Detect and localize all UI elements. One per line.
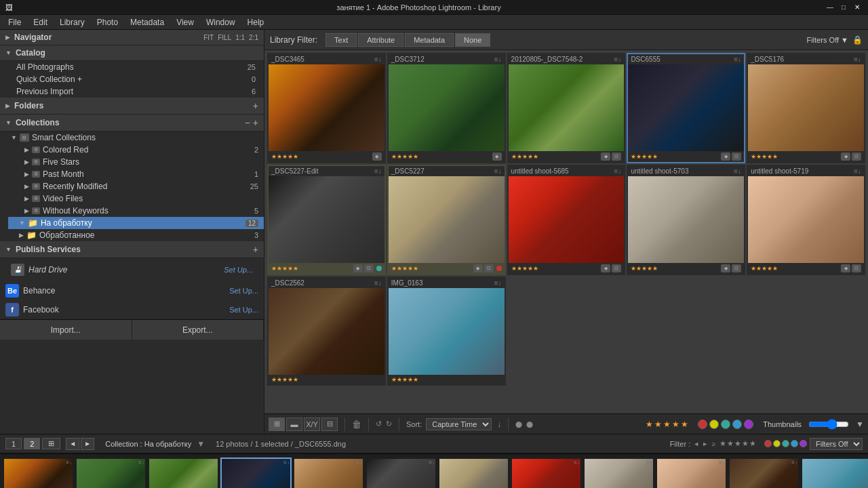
filter-metadata-btn[interactable]: Metadata — [405, 33, 454, 47]
filter-none-btn[interactable]: None — [455, 33, 490, 47]
folders-header[interactable]: ▶ Folders + — [0, 98, 264, 115]
navigator-header[interactable]: ▶ Navigator FIT FILL 1:1 2:1 — [0, 30, 264, 45]
red-filter[interactable] — [698, 420, 707, 429]
delete-icon[interactable]: 🗑 — [352, 419, 361, 430]
status-flag-left[interactable]: ◄ — [693, 441, 699, 447]
filters-off-dropdown[interactable]: Filters Off ▼ — [807, 36, 848, 44]
facebook-setup[interactable]: Set Up... — [229, 306, 258, 314]
sort-select[interactable]: Capture Time File Name Rating — [426, 418, 492, 430]
photo-cell-untitled-5703[interactable]: untitled shoot-5703 ≡↓ ★★★★★ ◆ ⊡ — [627, 165, 745, 275]
status-blue-filter[interactable] — [791, 440, 798, 447]
collection-obrabotannoe[interactable]: ▶ 📁 Обработанное 3 — [8, 229, 264, 241]
status-green-filter[interactable] — [782, 440, 789, 447]
hard-drive-setup[interactable]: Set Up... — [224, 266, 253, 274]
import-button[interactable]: Import... — [0, 320, 132, 340]
yellow-filter[interactable] — [709, 420, 719, 429]
purple-filter[interactable] — [744, 420, 753, 429]
smart-item-video-files[interactable]: ▶ ⚙ Video Files — [24, 192, 264, 205]
menu-library[interactable]: Library — [54, 16, 90, 28]
film-cell-5[interactable]: ≡↓ ★★★★★ ◆ ⊡ — [293, 458, 364, 488]
rotate-left-icon[interactable]: ↺ — [376, 420, 382, 428]
menu-metadata[interactable]: Metadata — [125, 16, 170, 28]
blue-filter[interactable] — [732, 420, 742, 429]
photo-cell-dsc5176[interactable]: _DSC5176 ≡↓ ★★★★★ ◆ ⊡ — [747, 53, 865, 163]
photo-cell-img0163[interactable]: IMG_0163 ≡↓ ★★★★★ — [387, 277, 506, 386]
smart-item-without-keywords[interactable]: ▶ ⚙ Without Keywords 5 — [24, 205, 264, 217]
film-cell-7[interactable]: ≡↓ ★★★★★ — [438, 458, 509, 488]
smart-item-recently-modified[interactable]: ▶ ⚙ Recently Modified 25 — [24, 180, 264, 192]
photo-cell-dsc3465[interactable]: _DSC3465 ≡↓ ★★★★★ ◆ — [267, 53, 386, 163]
filter-text-btn[interactable]: Text — [326, 33, 357, 47]
menu-photo[interactable]: Photo — [92, 16, 123, 28]
catalog-quick-collection[interactable]: Quick Collection + 0 — [0, 73, 264, 85]
photo-cell-untitled-5719[interactable]: untitled shoot-5719 ≡↓ ★★★★★ ◆ ⊡ — [747, 165, 865, 275]
flag-unflagged[interactable]: ⬤ — [526, 421, 533, 428]
photo-cell-dsc2562[interactable]: _DSC2562 ≡↓ ★★★★★ — [267, 277, 386, 386]
photo-cell-dsc6555[interactable]: DSC6555 ≡↓ ★★★★★ ◆ ⊡ — [627, 53, 745, 163]
folders-add[interactable]: + — [253, 100, 258, 111]
film-cell-2[interactable]: ≡↓ ★★★★★ ◆ — [75, 458, 146, 488]
behance-service[interactable]: Be Behance Set Up... — [0, 281, 264, 300]
smart-collections-header[interactable]: ▼ ⚙ Smart Collections — [8, 131, 264, 144]
behance-setup[interactable]: Set Up... — [229, 287, 258, 295]
collection-dropdown[interactable]: ▼ — [197, 439, 205, 449]
film-cell-6[interactable]: ≡↓ ★★★★★ ◆ ⊡ — [366, 458, 437, 488]
navigator-fit[interactable]: FIT FILL 1:1 2:1 — [203, 34, 258, 41]
photo-cell-dsc5227-edit[interactable]: _DSC5227-Edit ≡↓ ★★★★★ ◆ ⊡ — [267, 165, 386, 275]
thumbnails-dropdown[interactable]: ▼ — [856, 420, 864, 429]
menu-view[interactable]: View — [171, 16, 199, 28]
grid-view-btn[interactable]: ⊞ — [269, 418, 285, 431]
film-cell-3[interactable]: ≡↓ ★★★★★ ◆ ⊡ — [148, 458, 219, 488]
film-cell-4[interactable]: ≡↓ ★★★★★ ◆ ⊡ — [220, 458, 292, 488]
film-cell-10[interactable]: ≡↓ ★★★★★ — [656, 458, 727, 488]
photo-cell-dsc7548[interactable]: 20120805-_DSC7548-2 ≡↓ ★★★★★ ◆ ⊡ — [507, 53, 626, 163]
smart-item-colored-red[interactable]: ▶ ⚙ Colored Red 2 — [24, 144, 264, 156]
photo-cell-dsc5227[interactable]: _DSC5227 ≡↓ ★★★★★ ◆ ⊡ — [387, 165, 506, 275]
menu-file[interactable]: File — [3, 16, 26, 28]
facebook-service[interactable]: f Facebook Set Up... — [0, 300, 264, 319]
hard-drive-service[interactable]: 💾 Hard Drive Set Up... — [5, 261, 258, 279]
menu-edit[interactable]: Edit — [28, 16, 53, 28]
collections-header[interactable]: ▼ Collections − + — [0, 115, 264, 131]
publish-services-header[interactable]: ▼ Publish Services + — [0, 241, 264, 258]
catalog-header[interactable]: ▼ Catalog — [0, 45, 264, 61]
film-cell-1[interactable]: ≡↓ ★★★★★ ◆ — [3, 458, 74, 488]
film-cell-9[interactable]: ≡↓ ★★★★★ — [583, 458, 654, 488]
thumbnail-size-slider[interactable] — [808, 419, 849, 430]
view-mode-1[interactable]: 1 — [5, 438, 22, 449]
film-strip[interactable]: ≡↓ ★★★★★ ◆ ≡↓ ★★★★★ ◆ ≡↓ ★★★★★ ◆ ⊡ ≡↓ — [0, 453, 868, 488]
prev-arrow[interactable]: ◄ — [66, 438, 79, 450]
rotate-right-icon[interactable]: ↻ — [386, 420, 392, 428]
loupe-view-btn[interactable]: ▬ — [286, 418, 302, 431]
film-cell-8[interactable]: ≡↓ ★★★★★ — [511, 458, 582, 488]
view-mode-2[interactable]: 2 — [24, 438, 40, 449]
survey-view-btn[interactable]: ⊟ — [321, 418, 338, 431]
filter-lock-icon[interactable]: 🔒 — [852, 35, 863, 45]
close-button[interactable]: ✕ — [852, 2, 863, 13]
next-arrow[interactable]: ► — [81, 438, 94, 450]
catalog-all-photographs[interactable]: All Photographs 25 — [0, 61, 264, 73]
collections-actions[interactable]: − + — [245, 117, 258, 128]
minimize-button[interactable]: — — [825, 2, 835, 13]
collection-na-obrabotku[interactable]: ▼ 📁 На обработку 12 — [8, 217, 264, 229]
menu-help[interactable]: Help — [242, 16, 270, 28]
status-purple-filter[interactable] — [800, 440, 807, 447]
status-filter-off[interactable]: Filters Off Filter On — [810, 438, 863, 450]
film-cell-12[interactable]: ≡↓ ★★★★★ — [801, 458, 868, 488]
film-cell-11[interactable]: ≡↓ ★★★★★ — [728, 458, 800, 488]
status-red-filter[interactable] — [764, 440, 772, 447]
status-yellow-filter[interactable] — [773, 440, 781, 447]
publish-services-add[interactable]: + — [253, 244, 258, 255]
compare-view-btn[interactable]: X/Y — [304, 418, 320, 431]
sort-direction[interactable]: ↓ — [497, 420, 501, 429]
photo-cell-untitled-5685[interactable]: untitled shoot-5685 ≡↓ ★★★★★ ◆ ⊡ — [507, 165, 626, 275]
green-filter[interactable] — [721, 420, 730, 429]
flag-reject[interactable]: ⬤ — [515, 421, 522, 428]
photo-cell-dsc3712[interactable]: _DSC3712 ≡↓ ★★★★★ ◆ — [387, 53, 506, 163]
filter-attribute-btn[interactable]: Attribute — [358, 33, 403, 47]
status-flag-right[interactable]: ► — [702, 441, 708, 447]
smart-item-five-stars[interactable]: ▶ ⚙ Five Stars — [24, 156, 264, 168]
export-button[interactable]: Export... — [132, 320, 264, 340]
view-mode-grid[interactable]: ⊞ — [42, 438, 60, 449]
smart-item-past-month[interactable]: ▶ ⚙ Past Month 1 — [24, 168, 264, 180]
